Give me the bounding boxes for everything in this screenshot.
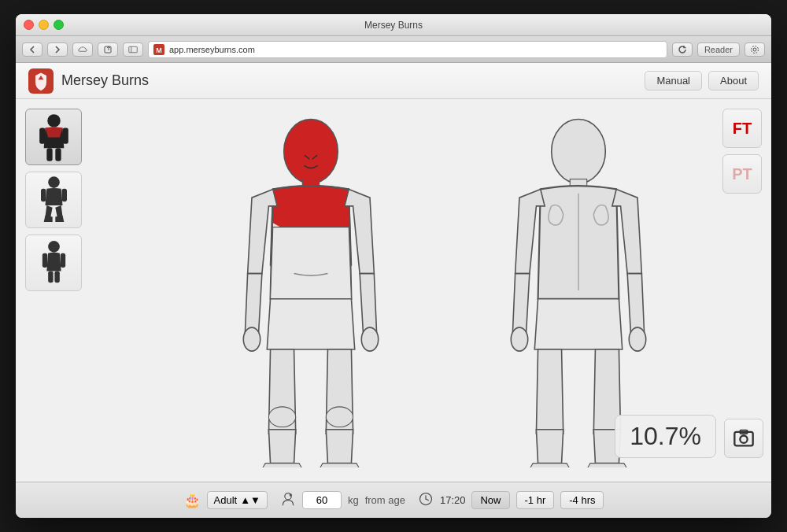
svg-point-21	[284, 120, 338, 183]
screenshot-button[interactable]	[724, 419, 763, 458]
svg-text:M: M	[156, 46, 162, 54]
url-text: app.merseyburns.com	[169, 45, 255, 54]
logo-icon	[28, 68, 54, 94]
body-option-kneeling[interactable]	[25, 172, 82, 228]
kg-label: kg	[348, 494, 359, 506]
svg-point-16	[48, 241, 60, 253]
svg-point-24	[361, 327, 378, 351]
percentage-badge: 10.7%	[615, 415, 716, 458]
window-title: Mersey Burns	[364, 20, 423, 31]
svg-rect-2	[129, 46, 138, 53]
svg-point-32	[511, 327, 527, 351]
header-buttons: Manual About	[645, 71, 759, 91]
body-option-adult[interactable]	[25, 109, 82, 165]
ft-button[interactable]: FT	[722, 109, 762, 148]
svg-rect-9	[39, 127, 45, 143]
cake-icon: 🎂	[183, 492, 201, 509]
svg-point-13	[48, 176, 60, 188]
settings-button[interactable]	[745, 42, 765, 57]
svg-point-25	[268, 407, 295, 427]
svg-rect-12	[55, 148, 61, 161]
age-chevron: ▲▼	[240, 494, 260, 506]
from-age-label: from age	[365, 494, 405, 506]
time-group: 17:20 Now -1 hr -4 hrs	[418, 491, 604, 510]
app-logo: Mersey Burns	[28, 68, 149, 94]
forward-button[interactable]	[47, 42, 68, 57]
svg-rect-17	[42, 253, 46, 267]
figures-area: 10.7%	[118, 99, 771, 482]
title-bar: Mersey Burns	[16, 14, 771, 36]
svg-rect-15	[61, 188, 66, 201]
body-option-child[interactable]	[25, 235, 82, 291]
minus4-button[interactable]: -4 hrs	[560, 491, 604, 509]
weight-group: kg from age	[280, 491, 405, 510]
svg-point-8	[47, 114, 61, 127]
front-body-svg	[201, 113, 421, 467]
history-button[interactable]	[123, 42, 143, 57]
reader-button[interactable]: Reader	[697, 42, 740, 57]
svg-rect-18	[60, 253, 65, 267]
app-name: Mersey Burns	[61, 72, 149, 89]
svg-line-41	[426, 499, 428, 501]
age-selector[interactable]: Adult ▲▼	[207, 491, 268, 509]
about-button[interactable]: About	[708, 71, 759, 91]
close-button[interactable]	[24, 20, 34, 30]
svg-rect-14	[41, 188, 46, 201]
favicon: M	[153, 44, 164, 55]
sidebar	[16, 99, 118, 482]
svg-point-35	[740, 436, 747, 443]
svg-rect-11	[46, 148, 52, 161]
reload-button[interactable]	[672, 42, 693, 57]
svg-point-33	[629, 327, 645, 351]
browser-toolbar: M app.merseyburns.com Reader	[16, 36, 771, 63]
minus1-button[interactable]: -1 hr	[516, 491, 555, 509]
traffic-lights	[24, 20, 64, 30]
svg-point-38	[290, 493, 292, 496]
svg-point-23	[243, 327, 260, 351]
svg-point-6	[753, 48, 756, 51]
now-button[interactable]: Now	[471, 491, 509, 509]
age-group: 🎂 Adult ▲▼	[183, 491, 268, 509]
minimize-button[interactable]	[39, 20, 49, 30]
manual-button[interactable]: Manual	[645, 71, 702, 91]
svg-rect-20	[54, 271, 59, 283]
main-content: 10.7% FT PT	[16, 99, 771, 482]
pt-button[interactable]: PT	[722, 154, 762, 194]
address-bar[interactable]: M app.merseyburns.com	[148, 41, 667, 58]
svg-point-29	[552, 120, 606, 183]
weight-input[interactable]	[302, 491, 342, 509]
share-button[interactable]	[98, 42, 118, 57]
cloud-button[interactable]	[72, 42, 93, 57]
right-buttons: FT PT	[722, 109, 762, 194]
svg-point-7	[752, 46, 759, 53]
bottom-toolbar: 🎂 Adult ▲▼ kg from age	[16, 482, 771, 518]
clock-icon	[418, 491, 434, 510]
svg-point-26	[326, 407, 353, 427]
percentage-value: 10.7%	[630, 422, 701, 450]
time-display: 17:20	[440, 494, 466, 506]
weight-icon	[280, 491, 296, 510]
app-header: Mersey Burns Manual About	[16, 63, 771, 99]
age-value: Adult	[214, 494, 238, 506]
back-button[interactable]	[22, 42, 42, 57]
svg-rect-19	[48, 271, 53, 283]
maximize-button[interactable]	[54, 20, 64, 30]
browser-window: Mersey Burns M app.merseyburns.com Reade…	[16, 14, 771, 518]
front-figure[interactable]	[201, 113, 421, 467]
svg-rect-10	[62, 127, 68, 143]
